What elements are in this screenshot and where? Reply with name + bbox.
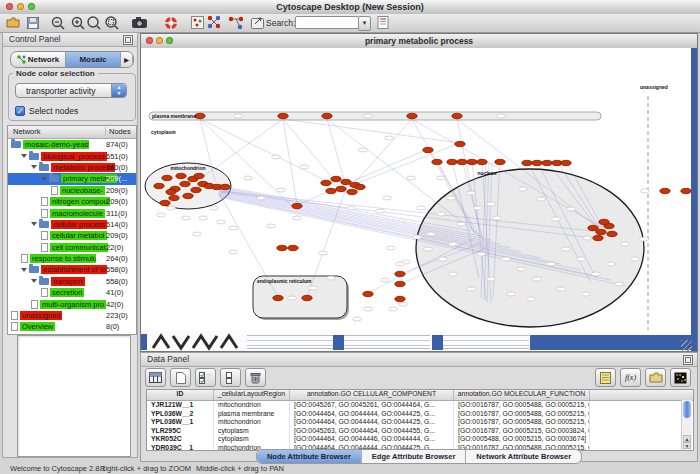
table-cell: YKR052C <box>147 435 214 444</box>
tree-row[interactable]: cellular process614(0) <box>8 219 136 230</box>
graph-node <box>607 231 617 236</box>
tree-row-label: cellular metabol <box>50 231 107 240</box>
tree-row[interactable]: nitrogen compou209(0) <box>8 196 136 207</box>
svg-text:unassigned: unassigned <box>640 84 668 90</box>
tree-row[interactable]: cellular metabol209(0) <box>8 230 136 241</box>
strip-block <box>530 335 691 350</box>
zoom-out-icon[interactable] <box>50 15 65 30</box>
status-welcome: Welcome to Cytoscape 2.8.1 <box>10 464 106 473</box>
select-nodes-row: ✓ Select nodes <box>15 105 78 116</box>
table-row[interactable]: YPL036W__1mitochondrion[GO:0044464, GO:0… <box>147 418 693 427</box>
open-icon[interactable] <box>5 15 20 30</box>
graph-node <box>423 147 433 152</box>
expand-arrow-icon[interactable] <box>31 279 37 283</box>
network-layout-b-icon[interactable] <box>228 15 243 30</box>
save-icon[interactable] <box>25 15 40 30</box>
tree-row[interactable]: biological_process651(0) <box>8 150 136 161</box>
import-attributes-icon[interactable] <box>645 368 666 387</box>
tab-network[interactable]: Network <box>11 52 66 67</box>
tree-row-label: transport <box>51 277 85 286</box>
graph-node <box>561 160 571 165</box>
float-panel-icon[interactable] <box>123 35 133 45</box>
graph-node <box>477 159 487 164</box>
unselect-attributes-icon[interactable] <box>220 368 241 387</box>
folder-icon <box>49 175 59 182</box>
tree-row[interactable]: macromolecule311(0) <box>8 207 136 218</box>
network-canvas[interactable]: plasma membranecytoplasmmitochondrionnuc… <box>141 48 691 331</box>
expand-arrow-icon[interactable] <box>31 222 37 226</box>
graph-node <box>322 113 332 118</box>
table-column-header[interactable]: _cellularLayoutRegion <box>214 390 290 400</box>
table-row[interactable]: YPL036W__2plasma membrane[GO:0044464, GO… <box>147 410 693 419</box>
tree-row-label: cell communicat <box>50 243 108 252</box>
help-lifering-icon[interactable] <box>163 15 178 30</box>
tree-row[interactable]: primary metabo209(... <box>8 173 136 184</box>
tree-row[interactable]: multi-organism pro42(0) <box>8 298 136 309</box>
strip-block <box>141 334 147 350</box>
attribute-table-icon[interactable] <box>145 368 166 387</box>
network-layout-a-icon[interactable] <box>206 15 221 30</box>
node-color-selection-label: Node color selection <box>13 69 98 78</box>
tab-overflow-arrow-icon[interactable]: ▶ <box>121 52 133 67</box>
zoom-in-icon[interactable] <box>70 15 85 30</box>
scroll-down-icon[interactable]: ▼ <box>683 442 691 449</box>
file-icon <box>41 209 48 218</box>
select-nodes-checkbox[interactable]: ✓ <box>15 106 25 116</box>
function-builder-icon[interactable]: f(x) <box>620 368 641 387</box>
tree-row[interactable]: nucleobase-209(0) <box>8 185 136 196</box>
search-input[interactable] <box>295 16 359 29</box>
tree-row[interactable]: Overview8(0) <box>8 321 136 332</box>
expand-arrow-icon[interactable] <box>21 268 27 272</box>
delete-attribute-icon[interactable] <box>245 368 266 387</box>
expand-arrow-icon[interactable] <box>21 154 27 158</box>
edit-box-icon[interactable] <box>250 15 265 30</box>
garbled-glyphs <box>151 332 243 351</box>
table-row[interactable]: YJR121W__1mitochondrion[GO:0045267, GO:0… <box>147 401 693 410</box>
select-attributes-icon[interactable] <box>195 368 216 387</box>
tab-mosaic[interactable]: Mosaic <box>66 52 121 67</box>
table-column-header[interactable]: ID <box>147 390 214 400</box>
control-panel-tabs: Network Mosaic ▶ <box>10 51 134 68</box>
float-panel-icon[interactable] <box>683 355 693 365</box>
new-attribute-icon[interactable] <box>170 368 191 387</box>
annotation-icon[interactable] <box>190 15 205 30</box>
tree-row[interactable]: response to stimulu264(0) <box>8 253 136 264</box>
resize-grip-icon[interactable] <box>681 340 692 351</box>
zoom-selected-region-icon[interactable] <box>104 15 119 30</box>
graph-node <box>532 160 542 165</box>
table-column-header[interactable]: annotation.GO MOLECULAR_FUNCTION <box>454 390 590 400</box>
tree-row[interactable]: establishment of lo558(0) <box>8 264 136 275</box>
zoom-fit-icon[interactable] <box>86 15 101 30</box>
table-row[interactable]: YKR052Ccytoplasm[GO:0044464, GO:0044446,… <box>147 435 693 444</box>
network-window-titlebar[interactable]: primary metabolic process <box>141 34 697 49</box>
tree-row[interactable]: secretion41(0) <box>8 287 136 298</box>
attribute-editor-icon[interactable] <box>376 15 391 30</box>
camera-snapshot-icon[interactable] <box>132 15 147 30</box>
tree-row[interactable]: mosaic-demo-yeast874(0) <box>8 139 136 150</box>
expand-arrow-icon[interactable] <box>31 165 37 169</box>
graph-node <box>288 245 298 250</box>
table-scrollbar[interactable]: ▲ ▼ <box>681 400 692 450</box>
scroll-up-icon[interactable]: ▲ <box>683 435 691 442</box>
tree-row[interactable]: transport558(0) <box>8 276 136 287</box>
matrix-heatmap-icon[interactable] <box>670 368 691 387</box>
table-cell <box>590 435 683 444</box>
table-column-header[interactable]: annotation.GO CELLULAR_COMPONENT <box>290 390 454 400</box>
network-window-title: primary metabolic process <box>141 36 697 46</box>
graph-node <box>395 296 405 301</box>
notes-icon[interactable] <box>595 368 616 387</box>
attribute-table[interactable]: ID_cellularLayoutRegionannotation.GO CEL… <box>146 389 694 451</box>
node-color-dropdown[interactable]: transporter activity ▲▼ <box>15 83 127 98</box>
graph-node <box>395 271 405 276</box>
expand-arrow-icon[interactable] <box>41 177 47 181</box>
table-column-header[interactable] <box>590 390 683 400</box>
scrollbar-thumb[interactable] <box>683 401 691 418</box>
birdseye-view[interactable] <box>17 335 131 457</box>
tree-row[interactable]: metabolic process280(0) <box>8 162 136 173</box>
svg-text:plasma membrane: plasma membrane <box>152 113 196 119</box>
tree-row[interactable]: cell communicat22(0) <box>8 242 136 253</box>
tree-row[interactable]: unassigned223(0) <box>8 310 136 321</box>
search-dropdown-icon[interactable]: ▼ <box>358 16 371 31</box>
table-row[interactable]: YLR295Ccytoplasm[GO:0045263, GO:0044464,… <box>147 427 693 436</box>
tree-row-label: biological_process <box>41 152 107 161</box>
